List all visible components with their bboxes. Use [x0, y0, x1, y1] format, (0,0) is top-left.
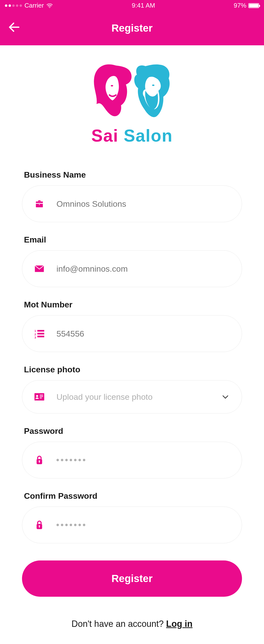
brand-word-2: Salon: [124, 126, 173, 145]
mot-number-field[interactable]: [56, 329, 230, 338]
svg-rect-14: [40, 398, 42, 398]
woman-face-icon: [90, 61, 137, 120]
license-label: License photo: [22, 365, 242, 374]
email-input[interactable]: [22, 250, 242, 287]
svg-rect-7: [37, 330, 44, 332]
id-card-icon: [34, 392, 44, 402]
email-label: Email: [22, 235, 242, 244]
svg-point-0: [49, 7, 50, 8]
mot-number-input[interactable]: 1 2 3: [22, 315, 242, 352]
lock-icon: [34, 455, 44, 465]
svg-point-3: [152, 84, 154, 86]
briefcase-icon: [34, 199, 44, 209]
password-label: Password: [22, 426, 242, 436]
battery-percent: 97%: [234, 2, 246, 9]
svg-rect-8: [37, 333, 44, 334]
svg-rect-9: [37, 336, 44, 337]
svg-rect-13: [40, 396, 43, 397]
password-field[interactable]: [56, 459, 85, 461]
password-input[interactable]: [22, 442, 242, 478]
clock: 9:41 AM: [132, 2, 155, 9]
email-field[interactable]: [56, 264, 230, 274]
app-header: Register: [0, 11, 264, 45]
register-button[interactable]: Register: [22, 560, 242, 597]
status-bar: Carrier 9:41 AM 97%: [0, 0, 264, 11]
brand-logo: Sai Salon: [22, 60, 242, 146]
svg-text:2: 2: [34, 333, 36, 336]
signup-footer: Don't have an account? Log in: [22, 619, 242, 629]
svg-point-2: [111, 85, 113, 86]
numbered-list-icon: 1 2 3: [34, 329, 44, 338]
svg-rect-17: [39, 462, 40, 463]
chevron-down-icon: [221, 393, 230, 401]
page-title: Register: [0, 22, 264, 34]
mot-number-label: Mot Number: [22, 300, 242, 310]
status-left: Carrier: [5, 2, 53, 9]
business-name-label: Business Name: [22, 170, 242, 180]
battery-icon: [248, 3, 259, 8]
footer-prompt: Don't have an account?: [71, 619, 166, 629]
svg-rect-20: [39, 526, 40, 528]
status-right: 97%: [234, 2, 259, 9]
brand-word-1: Sai: [91, 126, 118, 145]
confirm-password-input[interactable]: [22, 506, 242, 543]
carrier-label: Carrier: [24, 2, 44, 9]
svg-text:1: 1: [34, 329, 36, 332]
license-placeholder: Upload your license photo: [56, 392, 152, 402]
lock-icon: [34, 520, 44, 530]
envelope-icon: [34, 264, 44, 274]
svg-rect-12: [40, 395, 43, 396]
login-link[interactable]: Log in: [166, 619, 193, 629]
svg-point-11: [36, 395, 38, 397]
signal-strength-icon: [5, 4, 22, 7]
business-name-input[interactable]: [22, 186, 242, 222]
confirm-password-label: Confirm Password: [22, 491, 242, 501]
wifi-icon: [46, 3, 53, 8]
license-upload[interactable]: Upload your license photo: [22, 380, 242, 414]
business-name-field[interactable]: [56, 199, 230, 209]
confirm-password-field[interactable]: [56, 524, 85, 526]
man-face-icon: [132, 61, 174, 120]
svg-text:3: 3: [34, 336, 36, 338]
